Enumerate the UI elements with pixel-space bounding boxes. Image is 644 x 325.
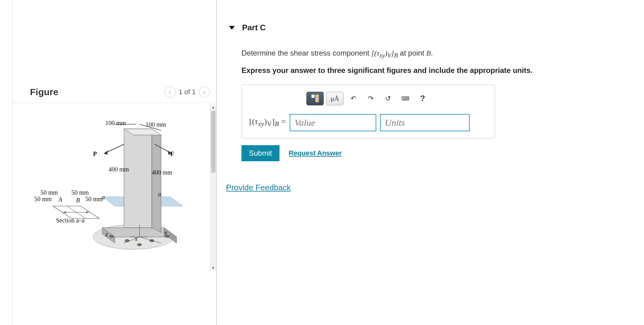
figure-nav: ‹ 1 of 1 › [164,87,210,98]
label-cs-50mm-tr: 50 mm [71,189,89,196]
request-answer-link[interactable]: Request Answer [289,149,342,157]
label-400mm-left: 400 mm [109,166,129,173]
figure-image: 100 mm 100 mm P F 400 mm 400 mm a a x y … [13,104,210,271]
label-100mm-right: 100 mm [146,121,166,128]
figure-scrollbar[interactable]: ▲ ▼ [210,104,216,271]
value-input[interactable] [290,114,376,131]
units-input[interactable] [380,114,470,131]
part-header[interactable]: Part C [223,15,632,40]
reset-button[interactable]: ↺ [381,92,395,105]
scroll-thumb[interactable] [211,111,215,173]
keyboard-button[interactable]: ⌨ [398,92,413,105]
label-cs-50mm-tl: 50 mm [41,189,58,196]
question-instruction: Express your answer to three significant… [241,65,629,76]
redo-button[interactable]: ↷ [363,92,378,105]
figure-nav-label: 1 of 1 [179,88,196,96]
label-section-aa: Section a–a [56,217,85,224]
answer-row: [(τxy)V]B = [249,114,487,131]
figure-title: Figure [30,87,58,97]
figure-next-button[interactable]: › [199,87,210,98]
svg-marker-10 [124,129,152,228]
question-panel: Part C Determine the shear stress compon… [216,0,644,325]
svg-marker-16 [104,150,108,155]
submit-row: Submit Request Answer [241,145,629,161]
figure-body: 100 mm 100 mm P F 400 mm 400 mm a a x y … [13,104,216,271]
figure-prev-button[interactable]: ‹ [164,87,176,98]
label-axis-y: y [164,229,167,236]
svg-point-6 [150,239,154,242]
svg-point-26 [65,212,66,213]
svg-point-8 [137,243,142,246]
label-cs-50mm-br: 50 mm [85,196,103,203]
label-cs-50mm-bl: 50 mm [34,196,52,203]
question-prompt: Determine the shear stress component [(τ… [241,48,629,60]
label-cs-point-a: A [58,196,62,203]
label-load-f: F [170,150,174,158]
label-axis-x: x [135,235,138,243]
label-section-a-right: a [158,191,161,198]
scroll-up-icon[interactable]: ▲ [210,104,216,110]
label-400mm-right: 400 mm [152,169,172,176]
submit-button[interactable]: Submit [241,145,279,161]
figure-svg [16,107,204,268]
label-cs-point-b: B [76,197,80,204]
help-button[interactable]: ? [415,92,430,105]
answer-toolbar: μÅ ↶ ↷ ↺ ⌨ ? [249,92,487,105]
svg-rect-30 [316,99,318,102]
svg-point-5 [125,239,129,242]
label-axis-z: z [105,231,108,238]
prompt-variable: [(τxy)V]B [371,49,398,57]
collapse-icon [229,26,235,30]
label-load-p: P [93,150,97,158]
undo-button[interactable]: ↶ [346,92,361,105]
part-label: Part C [242,23,266,32]
svg-rect-28 [312,95,314,98]
provide-feedback-link[interactable]: Provide Feedback [226,183,291,192]
figure-header: Figure ‹ 1 of 1 › [13,87,216,103]
fraction-template-button[interactable] [306,92,324,105]
label-100mm-left: 100 mm [105,120,126,127]
svg-point-4 [109,235,114,238]
scroll-down-icon[interactable]: ▼ [210,265,216,271]
answer-variable-label: [(τxy)V]B = [249,117,286,128]
figure-panel: Figure ‹ 1 of 1 › [12,0,216,325]
svg-point-27 [86,212,88,213]
svg-rect-29 [316,95,318,98]
answer-box: μÅ ↶ ↷ ↺ ⌨ ? [(τxy)V]B = [241,85,495,138]
svg-marker-11 [152,129,161,232]
special-units-button[interactable]: μÅ [326,92,343,105]
fraction-icon [310,94,320,103]
question-body: Determine the shear stress component [(τ… [223,40,632,161]
